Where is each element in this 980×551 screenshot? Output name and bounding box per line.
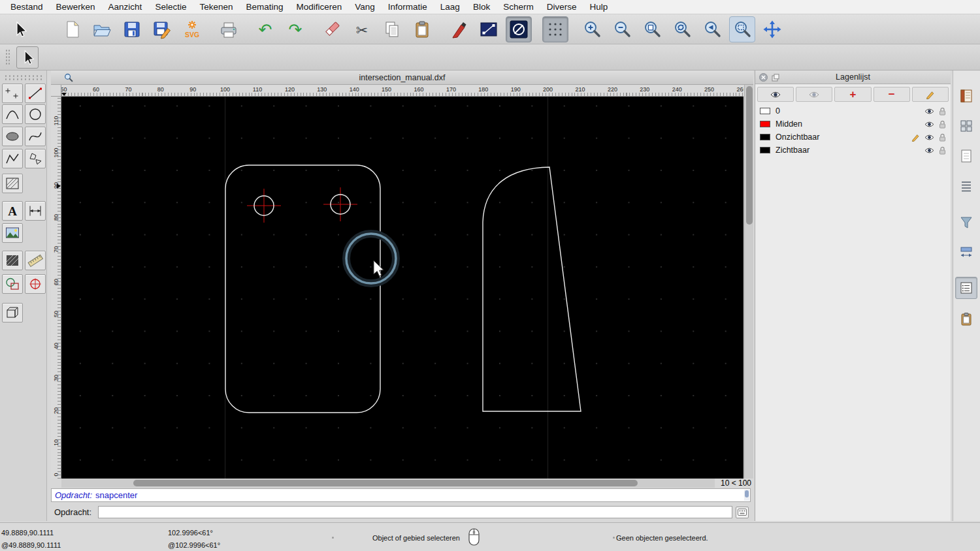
command-keyboard-button[interactable] — [736, 507, 749, 518]
blocks-panel-button[interactable] — [955, 115, 977, 137]
copy-button[interactable] — [379, 16, 405, 42]
command-history-scrollbar[interactable] — [744, 490, 749, 501]
filter-panel-button[interactable] — [955, 212, 977, 234]
layer-row-zichtbaar[interactable]: Zichtbaar — [755, 144, 951, 157]
paste-button[interactable] — [409, 16, 435, 42]
canvas-vertical-scrollbar[interactable] — [744, 85, 753, 479]
close-panel-icon[interactable] — [759, 73, 768, 84]
menu-bestand[interactable]: Bestand — [4, 0, 50, 14]
modify-tool-button[interactable] — [2, 274, 23, 294]
vertical-scroll-thumb[interactable] — [746, 86, 753, 225]
sail-shape-entity[interactable] — [483, 167, 581, 411]
layer-color-swatch[interactable] — [760, 108, 770, 114]
menu-hulp[interactable]: Hulp — [583, 0, 614, 14]
menu-scherm[interactable]: Scherm — [497, 0, 540, 14]
save-file-button[interactable] — [119, 16, 145, 42]
remove-layer-button[interactable]: − — [874, 87, 910, 102]
menu-laag[interactable]: Laag — [434, 0, 466, 14]
toolbar-grip[interactable] — [5, 49, 10, 66]
point-tool-button[interactable] — [2, 84, 23, 103]
layer-color-swatch[interactable] — [760, 121, 770, 127]
pen-attributes-button[interactable] — [446, 16, 472, 42]
brush-tool-button[interactable] — [2, 251, 23, 270]
layer-lock-toggle[interactable] — [939, 146, 946, 155]
layer-edit-button[interactable] — [911, 133, 920, 142]
layer-visibility-toggle[interactable] — [924, 134, 934, 141]
list-panel-button[interactable] — [955, 175, 977, 197]
print-preview-button[interactable] — [216, 16, 242, 42]
pan-button[interactable] — [759, 16, 785, 42]
image-tool-button[interactable] — [2, 223, 23, 243]
rounded-rectangle-entity[interactable] — [225, 165, 380, 413]
layer-visibility-toggle[interactable] — [924, 121, 934, 128]
menu-bewerken[interactable]: Bewerken — [50, 0, 102, 14]
arc-tool-button[interactable] — [2, 104, 23, 124]
hatch-tool-button[interactable] — [2, 174, 23, 193]
layer-color-swatch[interactable] — [760, 147, 770, 153]
menu-selectie[interactable]: Selectie — [148, 0, 193, 14]
add-layer-button[interactable]: + — [834, 87, 871, 102]
active-select-tool-button[interactable] — [16, 46, 39, 69]
canvas-horizontal-scrollbar[interactable] — [61, 479, 715, 488]
polyline-tool-button[interactable] — [2, 149, 23, 168]
menu-aanzicht[interactable]: Aanzicht — [102, 0, 149, 14]
menu-bemating[interactable]: Bemating — [239, 0, 289, 14]
line-tool-button[interactable] — [25, 84, 46, 103]
zoom-auto-button[interactable] — [639, 16, 665, 42]
show-all-layers-button[interactable] — [757, 87, 794, 102]
layer-list-panel-button[interactable] — [955, 277, 977, 299]
menu-blok[interactable]: Blok — [466, 0, 497, 14]
hide-all-layers-button[interactable] — [796, 87, 832, 102]
clipboard-panel-button[interactable] — [955, 308, 977, 330]
delete-button[interactable] — [319, 16, 345, 42]
edit-layer-button[interactable] — [912, 87, 949, 102]
zoom-previous-button[interactable] — [699, 16, 725, 42]
snap-tool-button[interactable] — [25, 274, 46, 294]
layer-lock-toggle[interactable] — [939, 120, 946, 129]
layer-lock-toggle[interactable] — [939, 107, 946, 116]
command-input[interactable] — [98, 506, 732, 518]
page-panel-button[interactable] — [955, 145, 977, 167]
zoom-out-button[interactable] — [609, 16, 635, 42]
grid-toggle-button[interactable] — [542, 16, 568, 42]
undo-button[interactable]: ↶ — [252, 16, 278, 42]
layer-row-midden[interactable]: Midden — [755, 118, 951, 131]
command-history-scroll-thumb[interactable] — [745, 490, 749, 497]
cut-button[interactable]: ✂ — [349, 16, 375, 42]
menu-diverse[interactable]: Diverse — [540, 0, 583, 14]
style-panel-button[interactable] — [955, 242, 977, 264]
svg-export-button[interactable]: SVG — [179, 16, 205, 42]
redo-button[interactable]: ↷ — [282, 16, 308, 42]
library-panel-button[interactable] — [955, 85, 977, 107]
drawing-window-titlebar[interactable]: intersection_manual.dxf — [51, 71, 753, 85]
menu-vang[interactable]: Vang — [348, 0, 382, 14]
line-attributes-button[interactable] — [476, 16, 502, 42]
menu-modificeren[interactable]: Modificeren — [290, 0, 349, 14]
horizontal-scroll-thumb[interactable] — [133, 480, 638, 486]
spline-tool-button[interactable] — [25, 127, 46, 146]
layer-row-onzichtbaar[interactable]: Onzichtbaar — [755, 131, 951, 144]
layer-color-swatch[interactable] — [760, 134, 770, 140]
ellipse-tool-button[interactable] — [2, 127, 23, 146]
palette-grip[interactable] — [4, 74, 43, 81]
draft-mode-button[interactable] — [506, 16, 532, 42]
menu-informatie[interactable]: Informatie — [382, 0, 434, 14]
dimension-tool-button[interactable] — [25, 201, 46, 221]
open-file-button[interactable] — [89, 16, 115, 42]
measure-tool-button[interactable] — [25, 251, 46, 270]
box3d-tool-button[interactable] — [2, 303, 23, 323]
drawing-canvas[interactable] — [61, 97, 743, 479]
layer-lock-toggle[interactable] — [939, 133, 946, 142]
layer-visibility-toggle[interactable] — [924, 147, 934, 154]
zoom-redraw-button[interactable] — [669, 16, 695, 42]
layer-visibility-toggle[interactable] — [924, 108, 934, 115]
zoom-window-button[interactable] — [729, 16, 755, 42]
circle-tool-button[interactable] — [25, 104, 46, 124]
save-as-button[interactable] — [149, 16, 175, 42]
new-file-button[interactable] — [59, 16, 85, 42]
detach-panel-icon[interactable] — [772, 74, 779, 84]
layer-row-0[interactable]: 0 — [755, 104, 951, 118]
polygon-tool-button[interactable] — [25, 149, 46, 168]
zoom-in-button[interactable] — [579, 16, 605, 42]
menu-tekenen[interactable]: Tekenen — [193, 0, 239, 14]
